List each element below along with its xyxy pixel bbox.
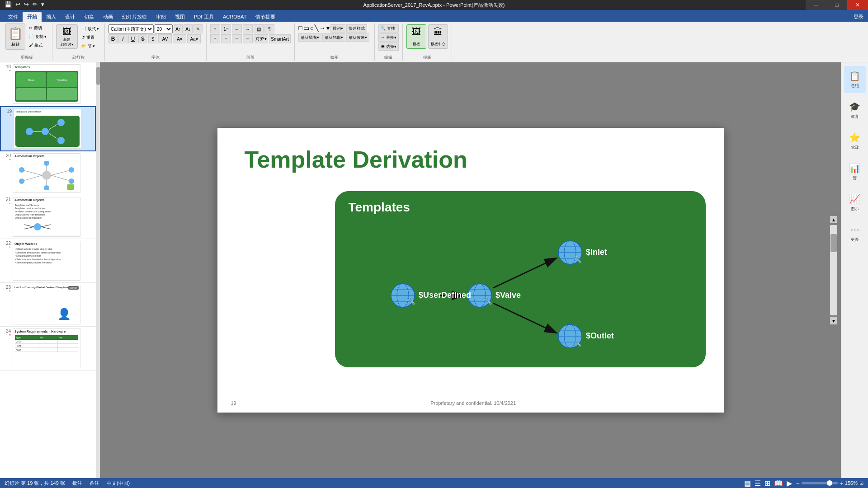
select-button[interactable]: ▣ 选择▾ xyxy=(378,42,399,51)
strikethrough-button[interactable]: S̶ xyxy=(138,34,147,43)
align-right-button[interactable]: ≡ xyxy=(232,34,242,43)
cut-button[interactable]: ✂ 剪切 xyxy=(27,24,48,32)
slide-thumb-22[interactable]: 22 * Object Wizards • Object wizards pro… xyxy=(0,239,96,283)
font-color-button[interactable]: A▾ xyxy=(173,34,186,43)
zoom-slider[interactable] xyxy=(802,482,838,484)
right-panel-btn-more[interactable]: ⋯ 更多 xyxy=(844,220,866,247)
right-panel-btn-education[interactable]: 🎓 教育 xyxy=(844,97,866,124)
italic-button[interactable]: I xyxy=(118,34,127,43)
spell-check-button[interactable]: 批注 xyxy=(72,480,82,487)
shape-outline-button[interactable]: 形状轮廓▾ xyxy=(322,33,345,42)
find-button[interactable]: 🔍 查找 xyxy=(378,24,399,33)
tab-slideshow[interactable]: 幻灯片放映 xyxy=(118,12,151,22)
tab-view[interactable]: 视图 xyxy=(170,12,189,22)
convert-case-button[interactable]: Aa▾ xyxy=(187,34,201,43)
tab-animations[interactable]: 动画 xyxy=(99,12,118,22)
slide-thumb-18[interactable]: 18 * Templates Base Template xyxy=(0,62,96,106)
maximize-button[interactable]: □ xyxy=(826,0,847,10)
shadow-button[interactable]: S xyxy=(148,34,157,43)
font-increase-button[interactable]: A↑ xyxy=(174,24,183,33)
arrange-button[interactable]: 排列▾ xyxy=(330,24,345,33)
shape-rect2[interactable]: ▭ xyxy=(303,24,309,33)
shape-effect-button[interactable]: 形状效果▾ xyxy=(346,33,369,42)
align-center-button[interactable]: ≡ xyxy=(221,34,231,43)
panel-scrollbar-thumb[interactable] xyxy=(96,67,100,85)
shape-arrow[interactable]: → xyxy=(319,24,326,33)
char-space-button[interactable]: AV xyxy=(158,34,172,43)
slide-canvas[interactable]: Template Derivation Templates xyxy=(217,128,724,413)
slide-thumb-21[interactable]: 21 * Automation Objects Templates and Se… xyxy=(0,195,96,239)
tab-home[interactable]: 开始 xyxy=(23,12,42,22)
rtl-button[interactable]: ¶ xyxy=(264,24,274,33)
slide-thumb-24[interactable]: 24 * System Requirements – Hardware Type… xyxy=(0,327,96,371)
customize-button[interactable]: ✏ xyxy=(32,1,38,8)
tab-login[interactable]: 登录 xyxy=(849,12,868,22)
underline-button[interactable]: U xyxy=(128,34,137,43)
smartart-button[interactable]: SmartArt xyxy=(269,34,291,43)
new-slide-button[interactable]: 🖼 新建幻灯片▾ xyxy=(56,24,78,49)
indent-increase-button[interactable]: → xyxy=(243,24,253,33)
tab-design[interactable]: 设计 xyxy=(61,12,80,22)
quick-styles-button[interactable]: 快速样式 xyxy=(346,24,367,33)
right-panel-btn-party[interactable]: ⭐ 党政 xyxy=(844,127,866,155)
view-slideshow-button[interactable]: ▶ xyxy=(787,479,792,488)
copy-button[interactable]: 📄 复制 ▾ xyxy=(27,33,48,41)
notes-button[interactable]: 备注 xyxy=(90,480,99,487)
canvas-scroll-up[interactable]: ▲ xyxy=(830,216,837,223)
bold-button[interactable]: B xyxy=(108,34,118,43)
layout-button[interactable]: 📑 版式 ▾ xyxy=(80,25,101,33)
template-center-button[interactable]: 🏛 模板中心 xyxy=(428,24,448,49)
slide-thumb-20[interactable]: 20 * Automation Objects xyxy=(0,151,96,195)
canvas-scroll-down[interactable]: ▼ xyxy=(830,317,837,324)
font-size-select[interactable]: 20 xyxy=(155,24,173,33)
format-paint-button[interactable]: 🖌 格式 xyxy=(27,42,48,49)
tab-acrobat[interactable]: ACROBAT xyxy=(218,12,251,22)
justify-button[interactable]: ≡ xyxy=(243,34,253,43)
right-panel-btn-manage[interactable]: 📊 管 xyxy=(844,158,866,185)
right-panel-btn-summary[interactable]: 📋 总结 xyxy=(844,66,866,93)
replace-button[interactable]: ↔ 替换▾ xyxy=(378,33,399,42)
undo-button[interactable]: ↩ xyxy=(14,1,21,8)
paste-button[interactable]: 📋 粘贴 xyxy=(5,23,25,50)
zoom-fit-button[interactable]: ⊡ xyxy=(859,480,863,486)
shape-rect[interactable]: □ xyxy=(298,24,302,33)
template-button[interactable]: 🖼 模板 xyxy=(406,24,426,49)
close-button[interactable]: ✕ xyxy=(847,0,868,10)
list-bullet-button[interactable]: ≡ xyxy=(210,24,220,33)
right-panel-btn-diagram[interactable]: 📈 图示 xyxy=(844,189,866,216)
more-button[interactable]: ▾ xyxy=(40,1,45,8)
clear-format-button[interactable]: ✎ xyxy=(193,24,203,33)
zoom-in-button[interactable]: + xyxy=(840,479,843,487)
text-direction-button[interactable]: 对齐▾ xyxy=(254,34,268,43)
view-slide-sorter-button[interactable]: ⊞ xyxy=(764,479,770,488)
tab-transitions[interactable]: 切换 xyxy=(80,12,99,22)
tab-insert[interactable]: 插入 xyxy=(42,12,61,22)
minimize-button[interactable]: ─ xyxy=(806,0,826,10)
tab-file[interactable]: 文件 xyxy=(4,12,23,22)
tab-pdf[interactable]: PDF工具 xyxy=(189,12,218,22)
save-button[interactable]: 💾 xyxy=(4,1,13,8)
panel-scrollbar[interactable] xyxy=(96,62,100,478)
align-left-button[interactable]: ≡ xyxy=(210,34,220,43)
font-decrease-button[interactable]: A↓ xyxy=(184,24,193,33)
indent-decrease-button[interactable]: ← xyxy=(232,24,242,33)
reset-button[interactable]: ↺ 重置 xyxy=(80,34,101,42)
shape-fill-button[interactable]: 形状填充▾ xyxy=(298,33,321,42)
tab-review[interactable]: 审阅 xyxy=(151,12,170,22)
canvas-scroll-thumb[interactable] xyxy=(830,234,837,252)
tab-storyboard[interactable]: 情节提要 xyxy=(251,12,280,22)
list-number-button[interactable]: 1≡ xyxy=(221,24,231,33)
font-name-select[interactable]: Calibri (主题正文) xyxy=(108,24,154,33)
shape-line[interactable]: ╲ xyxy=(315,24,318,33)
shape-oval[interactable]: ○ xyxy=(310,24,314,33)
col-button[interactable]: ▤ xyxy=(254,24,264,33)
redo-button[interactable]: ↪ xyxy=(23,1,30,8)
view-normal-button[interactable]: ▦ xyxy=(744,479,751,488)
zoom-out-button[interactable]: − xyxy=(796,479,799,487)
view-reading-button[interactable]: 📖 xyxy=(774,479,783,488)
slide-thumb-19[interactable]: 19 * Template Derivation xyxy=(0,106,96,151)
slide-thumb-23[interactable]: 23 * Lab 2 – Creating Global Derived Tem… xyxy=(0,283,96,327)
shape-more[interactable]: ▾ xyxy=(326,24,330,33)
view-outline-button[interactable]: ☰ xyxy=(755,479,761,488)
section-button[interactable]: 📂 节 ▾ xyxy=(80,42,101,50)
